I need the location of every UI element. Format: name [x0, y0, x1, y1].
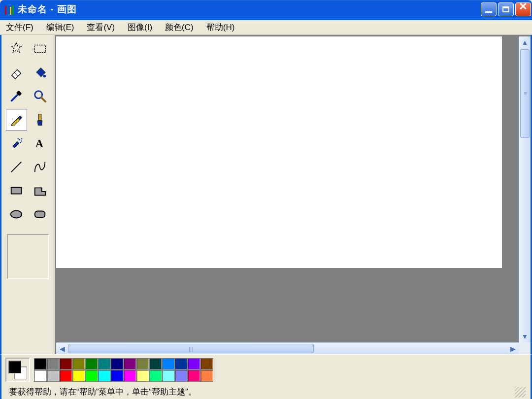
- svg-rect-0: [5, 6, 6, 15]
- horizontal-scroll-thumb[interactable]: [68, 344, 314, 353]
- color-swatch[interactable]: [200, 358, 213, 370]
- resize-grip-icon[interactable]: [515, 387, 526, 398]
- tool-curve[interactable]: [29, 156, 51, 178]
- tool-polygon[interactable]: [29, 180, 51, 201]
- tool-freeform-select[interactable]: [5, 38, 27, 60]
- scroll-left-icon[interactable]: ◀: [56, 343, 68, 354]
- client-area: A ▲: [0, 35, 532, 354]
- color-swatch[interactable]: [188, 370, 200, 382]
- svg-point-5: [43, 75, 46, 78]
- menu-color[interactable]: 颜色(C): [163, 21, 196, 34]
- tool-rectangle-select[interactable]: [29, 38, 51, 60]
- app-icon: [4, 3, 15, 16]
- tool-brush[interactable]: [29, 109, 51, 131]
- color-swatch[interactable]: [72, 358, 85, 370]
- tool-fill-bucket[interactable]: [29, 62, 51, 83]
- scroll-right-icon[interactable]: ▶: [507, 343, 519, 354]
- color-swatch[interactable]: [162, 370, 175, 382]
- tool-airbrush[interactable]: [5, 133, 27, 154]
- color-swatch[interactable]: [188, 358, 200, 370]
- maximize-button[interactable]: [498, 2, 514, 16]
- tool-color-picker[interactable]: [5, 85, 27, 107]
- menu-bar: 文件(F) 编辑(E) 查看(V) 图像(I) 颜色(C) 帮助(H): [0, 20, 532, 35]
- tool-options-box: [7, 234, 49, 279]
- menu-view[interactable]: 查看(V): [85, 21, 117, 34]
- color-swatch[interactable]: [149, 358, 162, 370]
- svg-point-13: [18, 138, 19, 139]
- menu-edit[interactable]: 编辑(E): [44, 21, 76, 34]
- menu-image[interactable]: 图像(I): [126, 21, 154, 34]
- status-bar: 要获得帮助，请在“帮助”菜单中，单击“帮助主题”。: [0, 385, 532, 399]
- color-swatch[interactable]: [124, 370, 136, 382]
- color-swatch[interactable]: [98, 358, 111, 370]
- horizontal-scrollbar[interactable]: ◀ ▶: [56, 342, 519, 354]
- color-palette-row: [0, 354, 532, 385]
- foreground-background-swatch[interactable]: [5, 358, 30, 382]
- color-swatch[interactable]: [34, 358, 47, 370]
- color-swatch[interactable]: [60, 358, 72, 370]
- toolbox: A: [1, 35, 55, 354]
- foreground-swatch[interactable]: [8, 361, 21, 373]
- tool-ellipse[interactable]: [5, 203, 27, 225]
- color-swatch[interactable]: [60, 370, 72, 382]
- vertical-scrollbar[interactable]: ▲ ▼: [519, 36, 531, 342]
- color-swatch[interactable]: [72, 370, 85, 382]
- svg-point-10: [21, 140, 22, 141]
- svg-rect-4: [34, 45, 46, 53]
- color-swatch[interactable]: [85, 370, 98, 382]
- color-swatch[interactable]: [149, 370, 162, 382]
- color-swatch[interactable]: [34, 370, 47, 382]
- svg-text:A: A: [35, 137, 44, 150]
- color-swatch[interactable]: [136, 370, 149, 382]
- svg-rect-1: [7, 4, 9, 15]
- color-swatch[interactable]: [175, 370, 188, 382]
- svg-point-12: [21, 138, 22, 139]
- tool-eraser[interactable]: [5, 62, 27, 83]
- canvas-viewport: ▲ ▼ ◀ ▶: [56, 36, 531, 354]
- close-button[interactable]: [515, 2, 531, 16]
- svg-rect-18: [35, 211, 45, 217]
- svg-point-17: [11, 211, 22, 218]
- color-swatch[interactable]: [47, 370, 60, 382]
- svg-rect-8: [38, 114, 41, 121]
- svg-rect-3: [12, 5, 14, 15]
- scroll-up-icon[interactable]: ▲: [519, 36, 531, 48]
- color-swatch[interactable]: [200, 370, 213, 382]
- color-swatch[interactable]: [175, 358, 188, 370]
- color-swatch[interactable]: [111, 370, 124, 382]
- menu-help[interactable]: 帮助(H): [204, 21, 237, 34]
- status-text: 要获得帮助，请在“帮助”菜单中，单击“帮助主题”。: [6, 385, 200, 399]
- tool-rectangle[interactable]: [5, 180, 27, 201]
- drawing-canvas[interactable]: [56, 36, 502, 268]
- minimize-button[interactable]: [481, 2, 497, 16]
- svg-point-11: [20, 142, 21, 143]
- tool-text[interactable]: A: [29, 133, 51, 154]
- svg-point-9: [19, 139, 20, 140]
- tool-pencil[interactable]: [5, 109, 27, 131]
- tool-rounded-rectangle[interactable]: [29, 203, 51, 225]
- color-swatch[interactable]: [47, 358, 60, 370]
- scroll-down-icon[interactable]: ▼: [519, 331, 531, 342]
- title-bar[interactable]: 未命名 - 画图: [0, 0, 532, 19]
- color-swatch[interactable]: [111, 358, 124, 370]
- color-swatch[interactable]: [136, 358, 149, 370]
- tool-line[interactable]: [5, 156, 27, 178]
- palette-grid: [34, 358, 213, 382]
- scrollbar-corner: [519, 342, 531, 354]
- vertical-scroll-thumb[interactable]: [520, 49, 530, 138]
- menu-file[interactable]: 文件(F): [4, 21, 35, 34]
- tool-magnifier[interactable]: [29, 85, 51, 107]
- window-title: 未命名 - 画图: [18, 3, 77, 16]
- color-swatch[interactable]: [162, 358, 175, 370]
- svg-line-15: [11, 162, 22, 172]
- color-swatch[interactable]: [98, 370, 111, 382]
- color-swatch[interactable]: [85, 358, 98, 370]
- color-swatch[interactable]: [124, 358, 136, 370]
- svg-rect-16: [11, 187, 22, 194]
- canvas-zone: ▲ ▼ ◀ ▶: [55, 35, 531, 354]
- svg-rect-2: [10, 7, 11, 15]
